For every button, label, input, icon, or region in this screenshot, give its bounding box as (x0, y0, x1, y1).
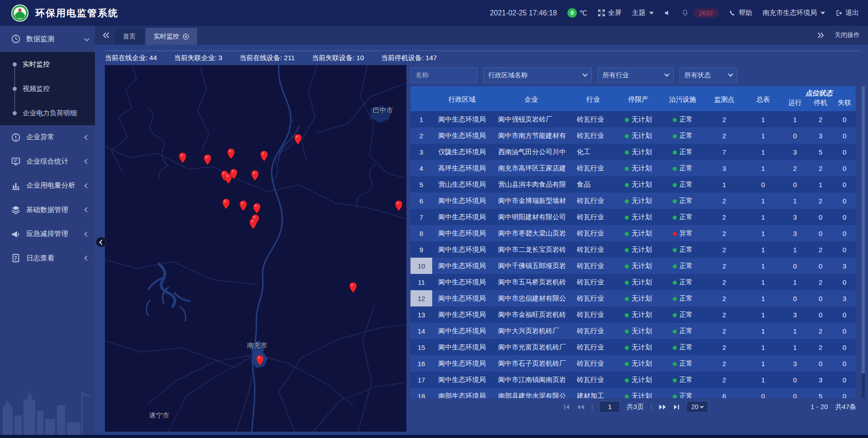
sidebar-collapse-handle[interactable] (96, 237, 106, 247)
sidebar-item-emergency-reduction[interactable]: 应急减排管理 (0, 222, 95, 246)
cell-halt-count: 0 (808, 290, 833, 306)
first-page-icon (563, 404, 570, 410)
map-pin[interactable] (253, 203, 261, 214)
map-pin[interactable] (251, 170, 259, 181)
table-row[interactable]: 17阆中生态环境局阆中市江南镇阆南页岩砖瓦行业无计划正常21030 (410, 372, 856, 388)
status-dot-green (625, 297, 629, 301)
cell-lost-count: 0 (833, 160, 856, 176)
status-dot-green (673, 248, 677, 252)
sidebar-item-enterprise-statistics[interactable]: 企业综合统计 (0, 150, 95, 174)
close-icon[interactable] (183, 33, 189, 40)
cell-run-count: 1 (782, 193, 808, 209)
first-page-button[interactable] (563, 404, 570, 410)
table-row[interactable]: 15阆中生态环境局阆中市光富页岩机砖厂砖瓦行业无计划正常21120 (410, 339, 856, 355)
cell-halt-count: 5 (808, 388, 833, 398)
sidebar-item-label: 企业综合统计 (26, 157, 68, 166)
table-row[interactable]: 11阆中生态环境局阆中市五马桥页岩机砖砖瓦行业无计划正常21120 (410, 274, 856, 290)
cell-meter-count: 1 (744, 274, 782, 290)
name-search-input[interactable] (410, 67, 477, 83)
table-row[interactable]: 18南部生态环境局南部县建华水泥有限公建材加工无计划正常60050 (410, 388, 856, 398)
next-page-button[interactable] (659, 404, 667, 410)
notifications-button[interactable]: 2632 (681, 9, 718, 18)
table-row[interactable]: 16阆中生态环境局阆中市石子页岩机砖厂砖瓦行业无计划正常21300 (410, 355, 856, 372)
sidebar-item-base-data-management[interactable]: 基础数据管理 (0, 198, 95, 222)
table-row[interactable]: 3仪陇生态环境局西南油气田分公司川中化工无计划正常71350 (410, 144, 856, 160)
cell-halt-count: 2 (808, 160, 833, 176)
cell-monitor-count: 2 (704, 225, 744, 241)
map-pin[interactable] (294, 134, 302, 145)
table-row[interactable]: 9阆中生态环境局阆中市二龙长宝页岩砖砖瓦行业无计划正常21120 (410, 241, 856, 258)
close-operations-dropdown[interactable]: 关闭操作 (835, 31, 860, 39)
map-pin[interactable] (239, 200, 247, 211)
organization-dropdown[interactable]: 南充市生态环境局 (763, 9, 825, 17)
tab-实时监控[interactable]: 实时监控 (146, 28, 197, 45)
cell-index: 18 (410, 388, 432, 398)
sound-toggle-button[interactable] (664, 9, 671, 16)
tabs-scroll-left-button[interactable] (102, 32, 109, 39)
map-pin[interactable] (227, 148, 235, 159)
tab-bar: 首页实时监控 关闭操作 (95, 26, 868, 45)
status-select[interactable]: 所有状态 (679, 67, 737, 83)
sidebar-subitem-视频监控[interactable]: 视频监控 (0, 76, 95, 101)
scrollbar-thumb[interactable] (862, 86, 865, 373)
logout-button[interactable]: 退出 (835, 9, 859, 17)
cell-index: 2 (410, 127, 432, 144)
table-row[interactable]: 7阆中生态环境局阆中明阳建材有限公司砖瓦行业无计划正常21300 (410, 209, 856, 225)
table-row[interactable]: 4高坪生态环境局南充市高坪区王家店建砖瓦行业无计划正常31220 (410, 160, 856, 176)
table-scrollbar[interactable] (862, 86, 865, 398)
sidebar-item-data-monitoring[interactable]: 数据监测 (0, 26, 95, 52)
table-row[interactable]: 14阆中生态环境局阆中大兴页岩机砖厂砖瓦行业无计划正常21120 (410, 323, 856, 339)
table-row[interactable]: 2阆中生态环境局阆中市南方节能建材有砖瓦行业无计划正常21030 (410, 127, 856, 144)
sidebar-item-power-usage-analysis[interactable]: 企业用电量分析 (0, 174, 95, 198)
table-row[interactable]: 6阆中生态环境局阆中市金博瑞新型墙材砖瓦行业无计划正常21120 (410, 193, 856, 209)
tabs-scroll-right-button[interactable] (817, 32, 825, 39)
cell-facility-status: 正常 (661, 258, 704, 274)
industry-select[interactable]: 所有行业 (598, 67, 674, 83)
cell-industry: 砖瓦行业 (571, 160, 616, 176)
last-page-button[interactable] (673, 404, 680, 410)
sidebar-subitem-企业电力负荷明细[interactable]: 企业电力负荷明细 (0, 101, 95, 125)
tab-首页[interactable]: 首页 (115, 28, 144, 45)
cell-halt-count: 3 (808, 127, 833, 144)
help-button[interactable]: 帮助 (729, 9, 752, 17)
map-pin[interactable] (222, 198, 230, 209)
cell-region: 阆中生态环境局 (432, 306, 492, 323)
map-pin[interactable] (249, 218, 257, 229)
cell-run-count: 3 (782, 225, 808, 241)
col-index (410, 86, 432, 111)
gauge-icon (11, 34, 21, 44)
cell-run-count: 3 (782, 355, 808, 372)
table-row[interactable]: 13阆中生态环境局阆中市金福旺页岩机砖砖瓦行业无计划正常21300 (410, 306, 856, 323)
logout-icon (835, 9, 843, 17)
fullscreen-button[interactable]: 全屏 (598, 9, 622, 17)
enterprise-table-body[interactable]: 1阆中生态环境局阆中强锐页岩砖厂砖瓦行业无计划正常211202阆中生态环境局阆中… (410, 111, 861, 398)
cell-stop-status: 无计划 (616, 144, 661, 160)
region-select[interactable]: 行政区域名称 (483, 67, 592, 83)
cell-enterprise: 阆中市忠信建材有限公 (492, 290, 571, 306)
sidebar-subitem-实时监控[interactable]: 实时监控 (0, 52, 95, 76)
cell-run-count: 0 (782, 290, 808, 306)
sidebar-item-enterprise-abnormal[interactable]: 企业异常 (0, 125, 95, 150)
table-row[interactable]: 5营山生态环境局营山县润丰肉食品有限食品无计划正常10010 (410, 176, 856, 193)
map-pin[interactable] (260, 151, 268, 161)
map-pin[interactable] (230, 169, 238, 179)
previous-page-button[interactable] (576, 404, 585, 410)
map-panel[interactable]: 巴中市南充市遂宁市 (105, 65, 406, 432)
map-pin[interactable] (179, 152, 187, 163)
table-row[interactable]: 1阆中生态环境局阆中强锐页岩砖厂砖瓦行业无计划正常21120 (410, 111, 856, 127)
cell-stop-status: 无计划 (616, 176, 661, 193)
table-row[interactable]: 12阆中生态环境局阆中市忠信建材有限公砖瓦行业无计划正常21003 (410, 290, 856, 306)
sidebar-item-log-view[interactable]: 日志查看 (0, 246, 95, 271)
page-size-select[interactable]: 20 (687, 401, 708, 413)
map-pin[interactable] (349, 282, 357, 293)
page-number-input[interactable] (599, 401, 620, 413)
status-dot-green (673, 313, 677, 317)
map-pin[interactable] (256, 355, 264, 366)
theme-dropdown[interactable]: 主题 (632, 9, 654, 17)
chevron-down-icon (582, 71, 587, 76)
map-pin[interactable] (395, 200, 403, 211)
map-pin[interactable] (203, 154, 212, 165)
table-row[interactable]: 8阆中生态环境局阆中市枣碧大梁山页岩砖瓦行业无计划异常21300 (410, 225, 856, 241)
cell-stop-status: 无计划 (616, 160, 661, 176)
table-row[interactable]: 10阆中生态环境局阆中千佛镇五郎垭页岩砖瓦行业无计划正常21003 (410, 258, 856, 274)
